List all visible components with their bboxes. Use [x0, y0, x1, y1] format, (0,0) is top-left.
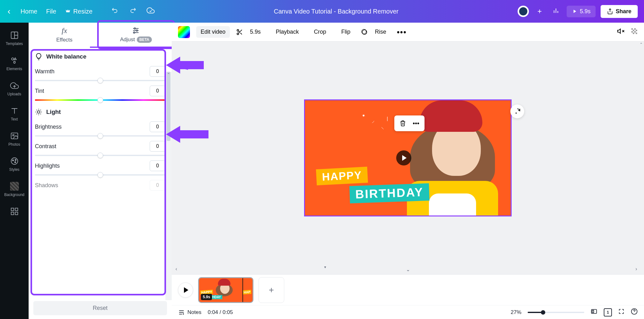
canvas-scrollbar[interactable]: ⌃	[639, 42, 644, 274]
timeline: HAPPY THDAY HAP 5.9s +	[172, 274, 644, 305]
more-options-button[interactable]: •••	[397, 28, 407, 36]
timeline-playhead[interactable]	[242, 277, 243, 303]
canvas-viewport[interactable]: ✦ ⟋ ⟍ | ✧ ⟋ ⟍	[172, 42, 644, 274]
panel-scrollbar[interactable]: ⌃	[165, 72, 172, 300]
shadows-value-input[interactable]: 0	[150, 180, 165, 191]
timeline-clip[interactable]: HAPPY THDAY HAP 5.9s	[198, 277, 253, 303]
element-more-button[interactable]: •••	[410, 117, 422, 129]
redo-icon[interactable]	[129, 6, 136, 16]
contrast-value-input[interactable]: 0	[150, 141, 165, 152]
svg-rect-16	[15, 212, 18, 215]
present-button[interactable]: 5.9s	[567, 6, 596, 17]
svg-rect-7	[11, 133, 18, 139]
nav-more[interactable]	[0, 203, 29, 220]
zoom-slider[interactable]	[528, 312, 584, 313]
tint-slider[interactable]	[35, 99, 165, 101]
svg-rect-44	[633, 30, 634, 31]
notes-label: Notes	[187, 309, 201, 316]
analytics-icon[interactable]	[550, 5, 562, 18]
next-page-chevron-icon[interactable]: ›	[634, 265, 638, 273]
notes-icon	[178, 309, 185, 316]
crown-icon	[65, 8, 71, 14]
sun-icon	[35, 108, 42, 116]
undo-icon[interactable]	[111, 6, 119, 16]
brightness-value-input[interactable]: 0	[150, 121, 165, 132]
brightness-slider[interactable]	[35, 135, 165, 137]
user-avatar[interactable]	[518, 6, 529, 17]
share-button[interactable]: Share	[601, 5, 638, 18]
transparency-icon[interactable]	[631, 28, 638, 36]
highlights-slider[interactable]	[35, 174, 165, 176]
nav-elements[interactable]: Elements	[0, 52, 29, 76]
notes-button[interactable]: Notes	[178, 309, 201, 316]
prev-page-chevron-icon[interactable]: ‹	[174, 265, 178, 273]
highlights-label: Highlights	[35, 163, 60, 169]
add-page-button[interactable]: +	[258, 277, 284, 303]
home-menu[interactable]: Home	[20, 8, 37, 15]
mute-icon[interactable]	[617, 27, 625, 37]
brightness-label: Brightness	[35, 124, 62, 130]
canvas-frame[interactable]: ✦ ⟋ ⟍ | ✧ ⟋ ⟍	[304, 99, 512, 216]
flip-button[interactable]: Flip	[337, 26, 355, 38]
zoom-slider-thumb[interactable]	[541, 310, 545, 315]
tint-value-input[interactable]: 0	[150, 86, 165, 96]
scroll-up-arrow-icon[interactable]: ⌃	[640, 42, 643, 47]
grid-view-icon[interactable]	[591, 308, 597, 316]
add-collaborator-button[interactable]: +	[534, 6, 545, 17]
warmth-slider-thumb[interactable]	[97, 78, 103, 83]
tint-slider-thumb[interactable]	[97, 97, 103, 103]
timeline-play-button[interactable]	[178, 283, 193, 298]
page-counter[interactable]: 1	[604, 308, 612, 316]
element-floating-toolbar: •••	[394, 115, 425, 131]
fullscreen-icon[interactable]	[618, 308, 625, 316]
nav-photos[interactable]: Photos	[0, 127, 29, 151]
nav-background[interactable]: Background	[0, 177, 29, 201]
nav-styles[interactable]: Styles	[0, 152, 29, 176]
contrast-slider[interactable]	[35, 155, 165, 156]
delete-element-button[interactable]	[397, 117, 409, 129]
tab-effects[interactable]: fx Effects	[29, 23, 100, 47]
warmth-slider[interactable]	[35, 80, 165, 81]
regenerate-fab[interactable]	[510, 104, 524, 118]
duration-button[interactable]: 5.9s	[236, 26, 265, 38]
highlights-slider-thumb[interactable]	[97, 172, 103, 178]
tab-adjust[interactable]: Adjust BETA	[100, 23, 172, 47]
canvas-area: Edit video 5.9s Playback Crop Flip Rise …	[172, 23, 644, 319]
tint-label: Tint	[35, 88, 44, 94]
file-menu[interactable]: File	[46, 8, 56, 15]
collapse-chevron-icon[interactable]: ⌄	[405, 265, 411, 274]
play-icon	[572, 8, 577, 14]
share-icon	[607, 8, 613, 14]
svg-line-28	[36, 110, 37, 110]
nav-elements-label: Elements	[6, 67, 22, 71]
help-icon[interactable]	[631, 308, 638, 316]
color-picker-button[interactable]	[178, 26, 190, 38]
canvas-text-birthday[interactable]: BIRTHDAY	[349, 183, 430, 204]
warmth-value-input[interactable]: 0	[150, 66, 165, 77]
annotation-arrow-bottom	[166, 123, 210, 145]
nav-uploads[interactable]: Uploads	[0, 77, 29, 101]
animation-button[interactable]: Rise	[361, 26, 391, 38]
canvas-text-happy[interactable]: HAPPY	[316, 167, 368, 185]
contrast-slider-thumb[interactable]	[97, 153, 103, 158]
cloud-sync-icon[interactable]	[147, 6, 155, 16]
svg-line-35	[240, 33, 242, 34]
document-title[interactable]: Canva Video Tutorial - Background Remove…	[155, 8, 518, 15]
zoom-percentage[interactable]: 27%	[511, 309, 521, 316]
nav-text[interactable]: Text	[0, 102, 29, 126]
svg-point-8	[13, 134, 14, 136]
nav-templates[interactable]: Templates	[0, 26, 29, 50]
highlights-value-input[interactable]: 0	[150, 160, 165, 171]
reset-button[interactable]: Reset	[33, 301, 167, 315]
edit-video-button[interactable]: Edit video	[196, 26, 230, 38]
back-chevron-icon[interactable]: ‹	[6, 5, 12, 18]
playback-button[interactable]: Playback	[271, 26, 303, 38]
svg-rect-14	[15, 208, 18, 211]
brightness-slider-thumb[interactable]	[97, 133, 103, 139]
crop-button[interactable]: Crop	[309, 26, 330, 38]
highlights-control: Highlights 0	[35, 160, 165, 176]
header-action-icons	[111, 6, 155, 16]
canvas-play-button[interactable]	[396, 150, 411, 165]
tint-control: Tint 0	[35, 86, 165, 101]
resize-menu[interactable]: Resize	[65, 8, 92, 15]
